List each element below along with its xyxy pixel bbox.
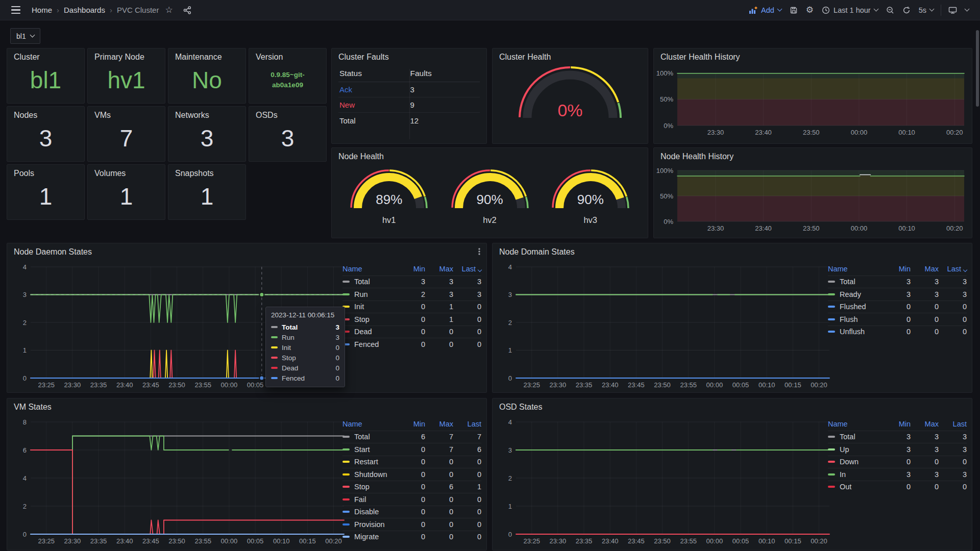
legend-row-flushed[interactable]: Flushed000 — [828, 300, 967, 313]
series-swatch — [828, 473, 835, 475]
variable-selector[interactable]: bl1 — [10, 28, 40, 44]
breadcrumb-dashboards[interactable]: Dashboards — [64, 6, 105, 14]
series-swatch — [342, 536, 350, 538]
legend-row-total[interactable]: Total333 — [828, 431, 967, 443]
osd-states-chart[interactable]: 0123423:2523:3023:3523:4023:4523:5023:55… — [493, 398, 832, 550]
svg-text:23:55: 23:55 — [194, 537, 211, 545]
legend-table: NameMinMaxLastTotal333Run233Init010Stop0… — [342, 263, 481, 350]
zoom-out-icon — [886, 6, 894, 14]
node-domain-states-chart[interactable]: 0123423:2523:3023:3523:4023:4523:5023:55… — [493, 243, 832, 392]
zoom-out-time-button[interactable] — [882, 0, 898, 20]
legend-row-fail[interactable]: Fail000 — [342, 493, 481, 506]
legend-row-provision[interactable]: Provision000 — [342, 518, 481, 531]
series-swatch — [342, 281, 350, 283]
svg-text:0: 0 — [23, 531, 27, 538]
legend-row-init[interactable]: Init010 — [342, 300, 481, 313]
legend-row-up[interactable]: Up333 — [828, 443, 967, 456]
legend-row-fenced[interactable]: Fenced000 — [342, 338, 481, 350]
refresh-interval-picker[interactable]: 5s — [915, 0, 938, 20]
series-swatch — [828, 293, 835, 295]
node-health-history-chart[interactable]: 0%50%100%23:3023:4023:5000:0000:1000:20 — [654, 148, 970, 238]
legend-row-run[interactable]: Run233 — [342, 288, 481, 300]
stat-panel-volumes: Volumes 1 — [87, 164, 165, 220]
cluster-health-history-chart[interactable]: 0%50%100%23:3023:4023:5000:0000:1000:20 — [654, 48, 970, 143]
stat-value: 3 — [7, 115, 84, 161]
breadcrumb-home[interactable]: Home — [32, 6, 52, 14]
svg-text:00:05: 00:05 — [732, 537, 749, 545]
svg-text:0%: 0% — [664, 122, 673, 130]
favorite-star-button[interactable]: ☆ — [161, 0, 177, 20]
breadcrumb-current: PVC Cluster — [117, 6, 159, 14]
svg-text:23:35: 23:35 — [576, 537, 593, 545]
legend-row-stop[interactable]: Stop010 — [342, 313, 481, 325]
svg-text:00:20: 00:20 — [946, 224, 963, 232]
star-icon: ☆ — [165, 6, 173, 14]
panel-title: Cluster Faults — [332, 48, 486, 62]
stat-value: 7 — [88, 115, 165, 161]
stat-value: No — [168, 57, 246, 103]
tv-mode-button[interactable] — [944, 0, 961, 20]
svg-text:100%: 100% — [656, 69, 674, 77]
legend-header[interactable]: NameMinMaxLast — [828, 263, 967, 276]
legend-row-stop[interactable]: Stop061 — [342, 481, 481, 493]
dashboard-canvas: bl1 Cluster bl1 Primary Node hv1 Mainten… — [0, 20, 980, 551]
tooltip-row: Run3 — [266, 332, 345, 342]
legend-row-unflush[interactable]: Unflush000 — [828, 325, 967, 338]
add-button[interactable]: Add — [745, 0, 786, 20]
legend-row-out[interactable]: Out000 — [828, 481, 967, 493]
legend-row-dead[interactable]: Dead000 — [342, 325, 481, 338]
top-nav: Home › Dashboards › PVC Cluster ☆ Add — [0, 0, 980, 20]
legend-row-migrate[interactable]: Migrate000 — [342, 531, 481, 543]
legend-row-disable[interactable]: Disable000 — [342, 506, 481, 518]
svg-text:23:30: 23:30 — [64, 537, 81, 545]
gauge-label: hv2 — [447, 215, 533, 225]
scrollbar-thumb[interactable] — [976, 30, 979, 107]
stat-value: 1 — [7, 173, 84, 219]
legend-row-down[interactable]: Down000 — [828, 456, 967, 468]
svg-text:6: 6 — [23, 446, 27, 454]
panel-title: Node Domain States — [493, 243, 972, 257]
share-icon — [183, 6, 191, 14]
legend-header[interactable]: NameMinMaxLast — [828, 418, 967, 431]
sort-chevron-icon — [478, 268, 482, 272]
series-swatch — [828, 331, 835, 333]
legend-row-flush[interactable]: Flush000 — [828, 313, 967, 325]
dashboard-settings-button[interactable]: ⚙ — [802, 0, 818, 20]
breadcrumb-separator-icon: › — [57, 6, 59, 14]
svg-text:23:50: 23:50 — [168, 537, 185, 545]
svg-text:23:50: 23:50 — [803, 129, 820, 136]
refresh-button[interactable] — [898, 0, 915, 20]
save-dashboard-button[interactable] — [786, 0, 802, 20]
vm-states-chart[interactable]: 0246823:2523:3023:3523:4023:4523:5023:55… — [7, 398, 347, 550]
svg-text:23:25: 23:25 — [523, 537, 540, 545]
legend-row-restart[interactable]: Restart000 — [342, 456, 481, 468]
legend-row-shutdown[interactable]: Shutdown000 — [342, 468, 481, 481]
svg-text:3: 3 — [508, 291, 512, 298]
legend-header[interactable]: NameMinMaxLast — [342, 418, 481, 431]
node-health-gauge-hv3: 90% hv3 — [547, 166, 634, 235]
menu-toggle-button[interactable] — [7, 0, 24, 20]
svg-text:1: 1 — [508, 346, 512, 354]
legend-row-total[interactable]: Total333 — [342, 276, 481, 288]
svg-text:4: 4 — [508, 263, 512, 271]
legend-row-ready[interactable]: Ready333 — [828, 288, 967, 300]
svg-text:100%: 100% — [656, 167, 674, 174]
panel-menu-kebab-icon[interactable] — [475, 247, 483, 258]
svg-text:2: 2 — [508, 319, 512, 327]
legend-row-total[interactable]: Total333 — [828, 276, 967, 288]
time-range-picker[interactable]: Last 1 hour — [818, 0, 882, 20]
legend-header[interactable]: NameMinMaxLast — [342, 263, 481, 276]
legend-row-total[interactable]: Total677 — [342, 431, 481, 443]
legend-row-start[interactable]: Start076 — [342, 443, 481, 456]
panel-title: Node Health History — [654, 148, 972, 161]
stat-value: 3 — [168, 115, 246, 161]
series-swatch — [828, 436, 835, 438]
nav-more-button[interactable] — [961, 0, 973, 20]
legend-row-in[interactable]: In333 — [828, 468, 967, 481]
gauge-value: 90% — [447, 192, 533, 208]
stat-value: 3 — [249, 115, 326, 161]
svg-text:3: 3 — [508, 446, 512, 454]
series-swatch — [342, 448, 350, 450]
share-button[interactable] — [179, 0, 195, 20]
series-swatch — [342, 293, 350, 295]
